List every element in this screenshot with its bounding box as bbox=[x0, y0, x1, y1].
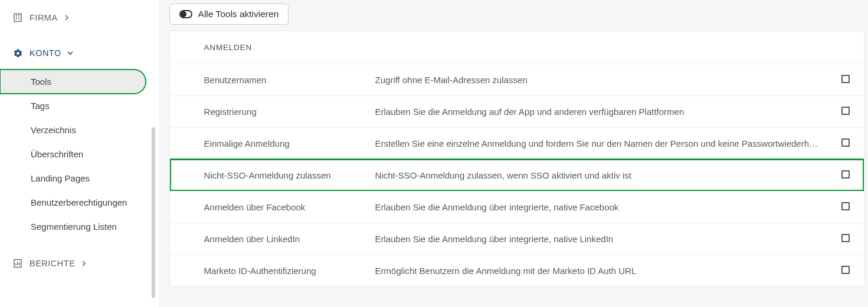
checkbox-icon bbox=[841, 266, 850, 274]
panel-header: ANMELDEN bbox=[170, 31, 864, 64]
chevron-down-icon bbox=[67, 50, 73, 56]
setting-checkbox[interactable] bbox=[841, 266, 852, 276]
sidebar-header-berichte[interactable]: BERICHTE bbox=[0, 249, 159, 278]
building-icon bbox=[12, 12, 24, 24]
sidebar-item-label: Verzeichnis bbox=[31, 125, 76, 135]
setting-desc: Erlauben Sie die Anmeldung über integrie… bbox=[375, 234, 841, 244]
activate-all-tools-button[interactable]: Alle Tools aktivieren bbox=[169, 4, 289, 25]
sidebar-item-label: Tags bbox=[31, 101, 50, 111]
setting-row-nicht-sso[interactable]: Nicht-SSO-Anmeldung zulassen Nicht-SSO-A… bbox=[170, 159, 864, 191]
sidebar-item-label: Tools bbox=[31, 77, 51, 87]
activate-all-label: Alle Tools aktivieren bbox=[198, 9, 279, 19]
scrollbar[interactable] bbox=[152, 127, 155, 298]
setting-checkbox[interactable] bbox=[841, 170, 852, 181]
setting-desc: Erlauben Sie die Anmeldung über integrie… bbox=[375, 202, 841, 212]
setting-name: Anmelden über LinkedIn bbox=[204, 234, 375, 244]
toggle-icon bbox=[179, 10, 192, 18]
sidebar-section-firma: FIRMA bbox=[0, 0, 159, 35]
panel-header-label: ANMELDEN bbox=[204, 43, 252, 52]
sidebar-header-firma[interactable]: FIRMA bbox=[0, 4, 159, 32]
setting-desc: Erlauben Sie die Anmeldung auf der App u… bbox=[375, 107, 841, 117]
setting-row-linkedin[interactable]: Anmelden über LinkedIn Erlauben Sie die … bbox=[170, 223, 864, 255]
main-content: Alle Tools aktivieren ANMELDEN Benutzern… bbox=[159, 0, 868, 307]
gear-icon bbox=[12, 47, 24, 59]
setting-row-einmalige-anmeldung[interactable]: Einmalige Anmeldung Erstellen Sie eine e… bbox=[170, 127, 864, 159]
sidebar-firma-label: FIRMA bbox=[30, 13, 58, 22]
sidebar-section-berichte: BERICHTE bbox=[0, 246, 159, 281]
checkbox-icon bbox=[841, 170, 850, 179]
setting-checkbox[interactable] bbox=[841, 107, 852, 117]
setting-row-benutzernamen[interactable]: Benutzernamen Zugriff ohne E-Mail-Adress… bbox=[170, 64, 864, 95]
setting-row-registrierung[interactable]: Registrierung Erlauben Sie die Anmeldung… bbox=[170, 95, 864, 127]
sidebar-item-landing-pages[interactable]: Landing Pages bbox=[0, 166, 159, 190]
sidebar-item-label: Benutzerberechtigungen bbox=[31, 197, 127, 207]
sidebar-berichte-label: BERICHTE bbox=[30, 259, 75, 268]
setting-desc: Ermöglicht Benutzern die Anmeldung mit d… bbox=[375, 266, 841, 276]
chevron-right-icon bbox=[81, 260, 87, 266]
sidebar-section-konto: KONTO Tools Tags Verzeichnis Überschrift… bbox=[0, 35, 159, 246]
setting-name: Registrierung bbox=[204, 107, 375, 117]
checkbox-icon bbox=[841, 234, 850, 242]
chevron-right-icon bbox=[64, 15, 70, 21]
checkbox-icon bbox=[841, 107, 850, 115]
sidebar: FIRMA KONTO Tools Tags Verzeichnis Übers… bbox=[0, 0, 159, 307]
setting-name: Einmalige Anmeldung bbox=[204, 138, 375, 148]
setting-name: Nicht-SSO-Anmeldung zulassen bbox=[204, 170, 375, 180]
setting-desc: Erstellen Sie eine einzelne Anmeldung un… bbox=[375, 138, 841, 148]
sidebar-item-ueberschriften[interactable]: Überschriften bbox=[0, 142, 159, 166]
setting-checkbox[interactable] bbox=[841, 234, 852, 245]
sidebar-item-label: Landing Pages bbox=[31, 173, 90, 183]
setting-desc: Zugriff ohne E-Mail-Adressen zulassen bbox=[375, 75, 841, 85]
setting-desc: Nicht-SSO-Anmeldung zulassen, wenn SSO a… bbox=[375, 170, 841, 180]
svg-rect-0 bbox=[14, 14, 21, 22]
sidebar-item-verzeichnis[interactable]: Verzeichnis bbox=[0, 118, 159, 142]
setting-row-marketo-id[interactable]: Marketo ID-Authentifizierung Ermöglicht … bbox=[170, 255, 864, 286]
setting-name: Anmelden über Facebook bbox=[204, 202, 375, 212]
checkbox-icon bbox=[841, 138, 850, 147]
sidebar-item-benutzerberechtigungen[interactable]: Benutzerberechtigungen bbox=[0, 190, 159, 214]
toolbar: Alle Tools aktivieren bbox=[169, 0, 868, 31]
checkbox-icon bbox=[841, 75, 850, 83]
setting-checkbox[interactable] bbox=[841, 75, 852, 85]
checkbox-icon bbox=[841, 202, 850, 210]
sidebar-konto-label: KONTO bbox=[30, 48, 61, 58]
setting-checkbox[interactable] bbox=[841, 138, 852, 149]
setting-name: Marketo ID-Authentifizierung bbox=[204, 266, 375, 276]
setting-checkbox[interactable] bbox=[841, 202, 852, 213]
report-icon bbox=[12, 258, 24, 269]
login-settings-panel: ANMELDEN Benutzernamen Zugriff ohne E-Ma… bbox=[169, 31, 864, 287]
sidebar-item-label: Überschriften bbox=[31, 149, 83, 159]
sidebar-konto-submenu: Tools Tags Verzeichnis Überschriften Lan… bbox=[0, 67, 159, 242]
sidebar-item-tags[interactable]: Tags bbox=[0, 94, 159, 118]
setting-row-facebook[interactable]: Anmelden über Facebook Erlauben Sie die … bbox=[170, 191, 864, 223]
setting-name: Benutzernamen bbox=[204, 75, 375, 85]
sidebar-header-konto[interactable]: KONTO bbox=[0, 39, 159, 67]
sidebar-item-label: Segmentierung Listen bbox=[31, 222, 117, 232]
sidebar-item-segmentierung-listen[interactable]: Segmentierung Listen bbox=[0, 214, 159, 239]
sidebar-item-tools[interactable]: Tools bbox=[0, 70, 146, 94]
